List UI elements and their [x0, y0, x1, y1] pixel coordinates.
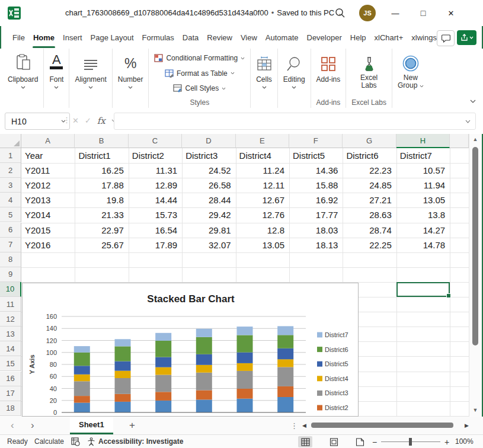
- cell-F3[interactable]: 15.88: [289, 178, 343, 193]
- scroll-left-icon[interactable]: ◀: [302, 423, 306, 428]
- cell-B4[interactable]: 19.8: [75, 193, 128, 207]
- excel-labs-button[interactable]: Excel Labs: [360, 52, 378, 89]
- vertical-scrollbar[interactable]: ▲ ▼: [469, 134, 481, 417]
- status-accessibility[interactable]: Accessibility: Investigate: [98, 435, 183, 448]
- ribbon-group-clipboard[interactable]: Clipboard: [2, 49, 44, 108]
- ribbon-group-number[interactable]: % Number: [113, 49, 149, 108]
- close-button[interactable]: ✕: [437, 0, 465, 26]
- ribbon-tab-help[interactable]: Help: [346, 26, 370, 49]
- avatar[interactable]: JS: [359, 5, 376, 21]
- stacked-bar-chart[interactable]: Stacked Bar Chart020406080100120140160Y …: [22, 283, 359, 417]
- cell-A5[interactable]: Y2014: [21, 207, 75, 222]
- cell-B7[interactable]: 25.67: [75, 238, 128, 252]
- cell-E1[interactable]: District4: [236, 148, 289, 163]
- cell-H7[interactable]: 14.78: [396, 238, 450, 252]
- ribbon-tab-review[interactable]: Review: [203, 26, 236, 49]
- cell-H5[interactable]: 13.8: [396, 207, 450, 222]
- fill-handle[interactable]: [446, 293, 451, 298]
- cell-H4[interactable]: 13.05: [396, 193, 450, 207]
- row-header-8[interactable]: 8: [0, 252, 21, 267]
- cell-E2[interactable]: 11.24: [236, 163, 289, 178]
- row-header-9[interactable]: 9: [0, 267, 21, 282]
- cell-G4[interactable]: 27.21: [343, 193, 396, 207]
- enter-icon[interactable]: ✓: [85, 116, 91, 125]
- cell-D7[interactable]: 32.07: [182, 238, 235, 252]
- row-header-6[interactable]: 6: [0, 223, 21, 238]
- status-calculate[interactable]: Calculate: [34, 435, 64, 448]
- cell-B1[interactable]: District1: [75, 148, 128, 163]
- zoom-out-icon[interactable]: −: [372, 437, 377, 447]
- ribbon-group-new-group[interactable]: New Group: [392, 49, 429, 108]
- row-header-14[interactable]: 14: [0, 341, 21, 356]
- row-header-17[interactable]: 17: [0, 386, 21, 401]
- add-sheet-icon[interactable]: +: [129, 417, 135, 434]
- sheet-nav-right-icon[interactable]: ›: [31, 417, 34, 434]
- cell-H3[interactable]: 11.94: [396, 178, 450, 193]
- cell-C1[interactable]: District2: [129, 148, 182, 163]
- cell-H6[interactable]: 14.27: [396, 223, 450, 238]
- column-header-C[interactable]: C: [129, 134, 182, 148]
- cell-styles-button[interactable]: Cell Styles: [173, 82, 226, 95]
- ribbon-group-editing[interactable]: Editing: [278, 49, 311, 108]
- sheetbar-dots-icon[interactable]: ⋮: [290, 417, 298, 434]
- ribbon-tab-automate[interactable]: Automate: [261, 26, 303, 49]
- cell-G5[interactable]: 28.63: [343, 207, 396, 222]
- column-header-B[interactable]: B: [75, 134, 128, 148]
- cell-G6[interactable]: 28.74: [343, 223, 396, 238]
- page-layout-view-button[interactable]: [327, 436, 341, 447]
- cell-A1[interactable]: Year: [21, 148, 75, 163]
- cell-E7[interactable]: 13.05: [236, 238, 289, 252]
- document-title[interactable]: chart_1763008669_d107880064da41c4896d531…: [65, 8, 343, 17]
- cell-G3[interactable]: 24.85: [343, 178, 396, 193]
- ribbon-tab-xlchart-[interactable]: xlChart+: [370, 26, 408, 49]
- ribbon-group-font[interactable]: A Font: [44, 49, 69, 108]
- row-header-5[interactable]: 5: [0, 207, 21, 222]
- vertical-scrollbar-thumb[interactable]: [472, 147, 478, 345]
- cell-F2[interactable]: 14.36: [289, 163, 343, 178]
- ribbon-tab-data[interactable]: Data: [178, 26, 203, 49]
- ribbon-tab-insert[interactable]: Insert: [59, 26, 87, 49]
- ribbon-group-cells[interactable]: Cells: [251, 49, 278, 108]
- cell-F6[interactable]: 18.03: [289, 223, 343, 238]
- zoom-in-icon[interactable]: +: [444, 437, 449, 447]
- cell-D2[interactable]: 24.52: [182, 163, 235, 178]
- macro-record-icon[interactable]: [71, 437, 80, 446]
- ribbon-group-alignment[interactable]: Alignment: [69, 49, 112, 108]
- save-status[interactable]: Saved to this PC: [277, 8, 334, 17]
- row-header-13[interactable]: 13: [0, 327, 21, 341]
- cell-B2[interactable]: 16.25: [75, 163, 128, 178]
- format-as-table-button[interactable]: Format as Table: [165, 67, 235, 80]
- scroll-down-icon[interactable]: ▼: [469, 407, 481, 413]
- cell-D1[interactable]: District3: [182, 148, 235, 163]
- search-icon[interactable]: [335, 8, 346, 18]
- insert-function-icon[interactable]: fx: [97, 116, 105, 126]
- cell-D6[interactable]: 29.81: [182, 223, 235, 238]
- cell-A3[interactable]: Y2012: [21, 178, 75, 193]
- row-header-15[interactable]: 15: [0, 356, 21, 371]
- maximize-button[interactable]: □: [410, 0, 437, 26]
- cancel-icon[interactable]: ✕: [72, 116, 79, 125]
- column-header-overflow[interactable]: [450, 134, 469, 148]
- ribbon-tab-developer[interactable]: Developer: [303, 26, 346, 49]
- selected-cell-H10[interactable]: [396, 282, 450, 297]
- row-header-10[interactable]: 10: [0, 282, 21, 297]
- cell-F4[interactable]: 16.92: [289, 193, 343, 207]
- ribbon-tab-xlwings[interactable]: xlwings: [407, 26, 441, 49]
- row-header-4[interactable]: 4: [0, 193, 21, 207]
- page-break-view-button[interactable]: [353, 436, 367, 447]
- zoom-level[interactable]: 100%: [455, 437, 474, 446]
- cell-E3[interactable]: 12.11: [236, 178, 289, 193]
- cell-C3[interactable]: 12.89: [129, 178, 182, 193]
- row-header-16[interactable]: 16: [0, 372, 21, 386]
- cell-B6[interactable]: 22.97: [75, 223, 128, 238]
- normal-view-button[interactable]: [298, 436, 312, 447]
- ribbon-tab-page-layout[interactable]: Page Layout: [87, 26, 138, 49]
- column-header-D[interactable]: D: [182, 134, 235, 148]
- row-header-7[interactable]: 7: [0, 238, 21, 252]
- row-header-3[interactable]: 3: [0, 178, 21, 193]
- cell-B3[interactable]: 17.88: [75, 178, 128, 193]
- cell-A7[interactable]: Y2016: [21, 238, 75, 252]
- cell-C4[interactable]: 14.44: [129, 193, 182, 207]
- cell-E6[interactable]: 12.8: [236, 223, 289, 238]
- cell-C7[interactable]: 17.89: [129, 238, 182, 252]
